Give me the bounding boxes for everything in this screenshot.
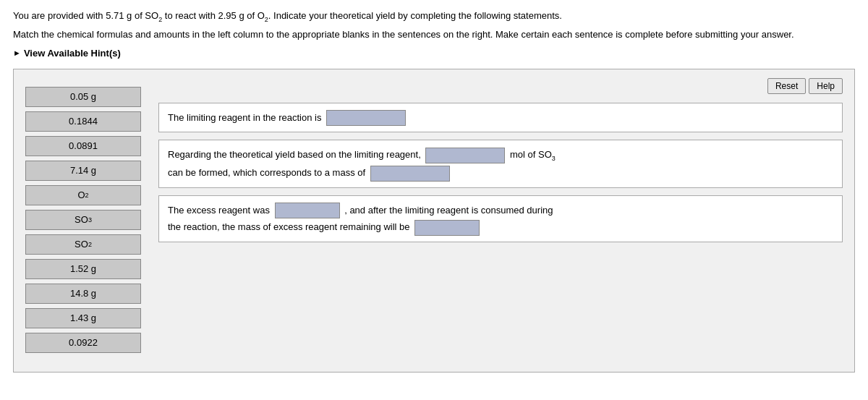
sentence-3a-text: The excess reagent was — [168, 205, 270, 216]
sentence-1-box: The limiting reagent in the reaction is — [158, 103, 843, 133]
drop-blank-3b[interactable] — [414, 220, 480, 236]
drop-blank-2a[interactable] — [425, 148, 505, 163]
sentence-2-mol-label: mol of SO3 — [510, 149, 556, 160]
left-column: 0.05 g 0.1844 0.0891 7.14 g O2 SO3 SO2 1… — [25, 87, 141, 360]
drop-blank-3a[interactable] — [275, 203, 340, 218]
drag-item-7[interactable]: 1.52 g — [25, 259, 141, 279]
hint-toggle[interactable]: ► View Available Hint(s) — [13, 48, 855, 59]
drop-blank-2b[interactable] — [370, 166, 450, 182]
toolbar: Reset Help — [767, 78, 843, 94]
drag-item-9[interactable]: 1.43 g — [25, 308, 141, 328]
sentence-2a-text: Regarding the theoretical yield based on… — [168, 149, 421, 160]
sentence-2b-text: can be formed, which corresponds to a ma… — [168, 167, 365, 178]
drag-item-3[interactable]: 7.14 g — [25, 161, 141, 181]
sentence-3-mid-text: , and after the limiting reagent is cons… — [344, 205, 553, 216]
right-column: The limiting reagent in the reaction is … — [158, 81, 843, 360]
drag-item-6[interactable]: SO2 — [25, 234, 141, 255]
drag-item-2[interactable]: 0.0891 — [25, 136, 141, 156]
help-button[interactable]: Help — [809, 78, 843, 94]
sentence-2-box: Regarding the theoretical yield based on… — [158, 140, 843, 187]
instruction-line2: Match the chemical formulas and amounts … — [13, 27, 855, 42]
reset-button[interactable]: Reset — [767, 78, 806, 94]
drag-item-1[interactable]: 0.1844 — [25, 111, 141, 132]
instruction-line1: You are provided with 5.71 g of SO2 to r… — [13, 9, 855, 25]
hint-label[interactable]: View Available Hint(s) — [24, 48, 121, 59]
instructions-block: You are provided with 5.71 g of SO2 to r… — [13, 9, 855, 42]
sentence-1-text: The limiting reagent in the reaction is — [168, 112, 321, 123]
hint-arrow-icon: ► — [13, 48, 21, 57]
drag-item-4[interactable]: O2 — [25, 185, 141, 205]
drag-drop-area: Reset Help 0.05 g 0.1844 0.0891 7.14 g O… — [13, 69, 855, 373]
drop-blank-1[interactable] — [326, 110, 406, 126]
drag-item-5[interactable]: SO3 — [25, 210, 141, 230]
drag-item-0[interactable]: 0.05 g — [25, 87, 141, 107]
drag-item-10[interactable]: 0.0922 — [25, 333, 141, 353]
drag-item-8[interactable]: 14.8 g — [25, 284, 141, 304]
sentence-3-box: The excess reagent was , and after the l… — [158, 195, 843, 242]
sentence-3b-text: the reaction, the mass of excess reagent… — [168, 221, 410, 232]
